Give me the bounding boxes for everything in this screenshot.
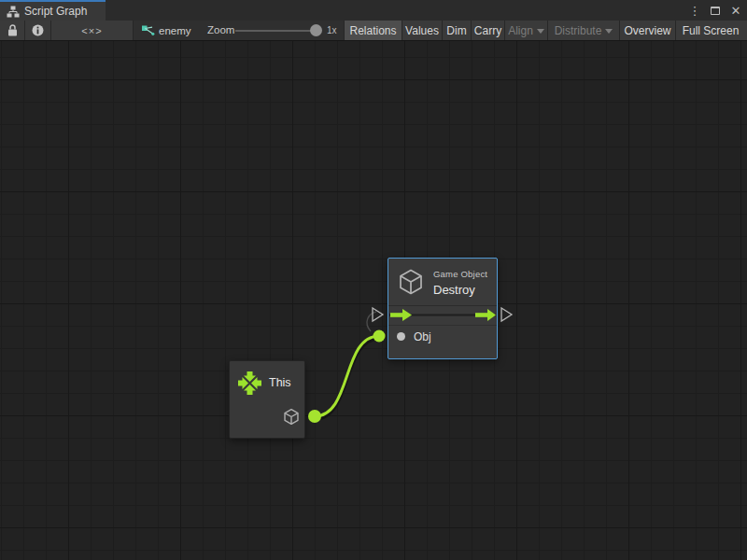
dim-button[interactable]: Dim: [443, 21, 472, 40]
wire-source-dot[interactable]: [308, 410, 321, 423]
obj-port-label: Obj: [414, 330, 431, 343]
relation-hook-curve: [367, 312, 376, 331]
graph-toolbar: <×> enemy Zoom 1x Relations Values Dim: [0, 21, 747, 41]
flow-input-triangle-port[interactable]: [373, 308, 383, 321]
graph-asset-icon: [141, 24, 155, 36]
zoom-label: Zoom: [207, 24, 234, 35]
chevron-down-icon: [537, 29, 544, 34]
title-bar: Script Graph ⋮ ✕: [0, 0, 747, 21]
graph-name: enemy: [159, 25, 191, 36]
zoom-slider-handle[interactable]: [310, 24, 322, 36]
distribute-button[interactable]: Distribute: [548, 21, 620, 40]
info-button[interactable]: [25, 21, 51, 40]
node-title: This: [269, 376, 291, 389]
tab-title: Script Graph: [24, 5, 87, 18]
value-connection-wire[interactable]: [315, 336, 379, 416]
flow-input-arrow-icon[interactable]: [390, 309, 412, 321]
lock-icon: [7, 24, 18, 36]
values-button[interactable]: Values: [402, 21, 443, 40]
close-icon[interactable]: ✕: [728, 3, 743, 18]
node-title: Destroy: [433, 283, 487, 297]
wire-shadow: [315, 339, 379, 419]
carry-button[interactable]: Carry: [472, 21, 505, 40]
flow-output-arrow-icon[interactable]: [475, 309, 496, 321]
game-object-output-cube-icon[interactable]: [283, 408, 300, 426]
node-subtitle: Game Object: [433, 269, 487, 279]
graph-hierarchy-icon: [7, 6, 20, 18]
graph-canvas[interactable]: Game Object Destroy Obj: [0, 41, 747, 560]
window-controls: ⋮ ✕: [687, 0, 743, 21]
tab-script-graph[interactable]: Script Graph: [0, 0, 106, 21]
lock-button[interactable]: [0, 21, 25, 40]
code-view-icon: <×>: [81, 25, 102, 36]
maximize-icon[interactable]: [708, 3, 723, 18]
overview-button[interactable]: Overview: [620, 21, 676, 40]
node-this[interactable]: This: [229, 360, 305, 439]
window-menu-icon[interactable]: ⋮: [687, 3, 702, 18]
obj-input-port[interactable]: [397, 332, 405, 341]
game-object-cube-icon: [397, 268, 425, 296]
this-converge-arrows-icon: [237, 371, 262, 396]
chevron-down-icon: [605, 29, 613, 34]
relations-button[interactable]: Relations: [345, 21, 402, 40]
code-view-button[interactable]: <×>: [51, 21, 134, 40]
wire-destination-dot[interactable]: [374, 330, 386, 343]
node-destroy[interactable]: Game Object Destroy Obj: [388, 258, 498, 359]
full-screen-button[interactable]: Full Screen: [676, 21, 745, 40]
align-button[interactable]: Align: [505, 21, 548, 40]
flow-output-triangle-port[interactable]: [501, 308, 512, 321]
graph-breadcrumb[interactable]: enemy: [135, 21, 197, 40]
info-icon: [32, 24, 44, 36]
zoom-value: 1x: [327, 25, 337, 35]
script-graph-window: Script Graph ⋮ ✕: [0, 0, 747, 560]
zoom-slider-track[interactable]: [235, 30, 316, 32]
connections-overlay: [0, 41, 747, 560]
